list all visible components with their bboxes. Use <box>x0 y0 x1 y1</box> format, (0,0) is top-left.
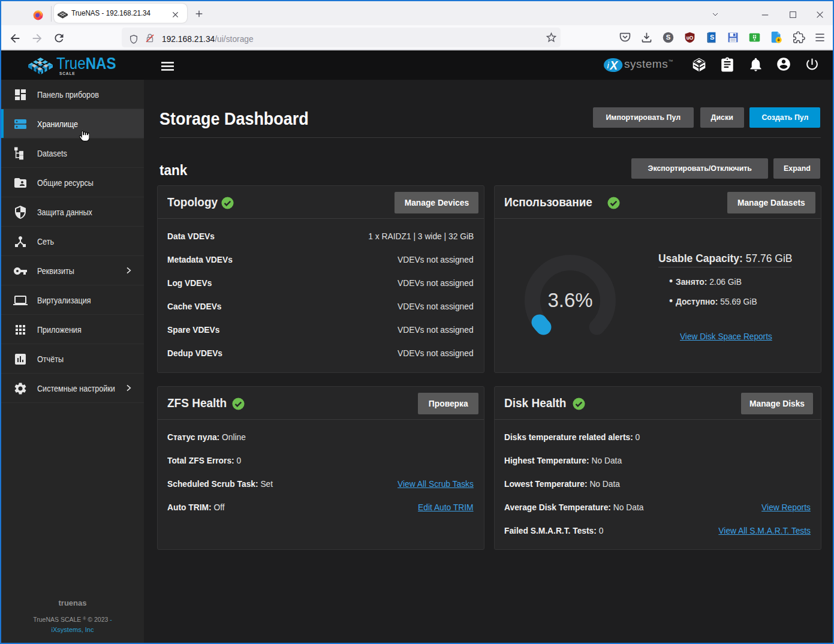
svg-text:3.6%: 3.6% <box>547 289 592 311</box>
svg-text:uO: uO <box>687 35 694 41</box>
svg-text:S: S <box>710 34 714 41</box>
svg-text:S: S <box>666 34 671 41</box>
svg-text:X: X <box>609 59 618 72</box>
